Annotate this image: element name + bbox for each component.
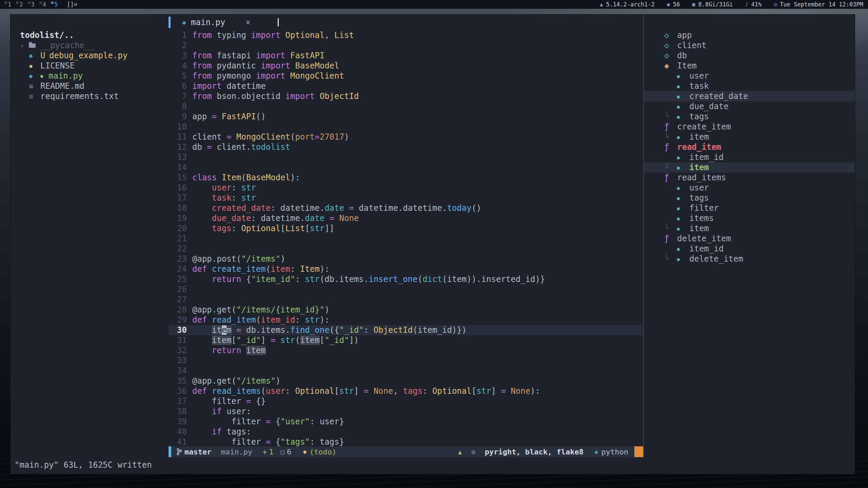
outline-item-client[interactable]: ◇client <box>644 40 855 50</box>
line-text: from pymongo import MongoClient <box>192 71 344 81</box>
outline-item-item[interactable]: └▪item <box>644 162 855 172</box>
code-line-9[interactable]: 9app = FastAPI() <box>169 111 643 122</box>
code-line-1[interactable]: 1from typing import Optional, List <box>169 30 643 40</box>
code-line-11[interactable]: 11client = MongoClient(port=27017) <box>169 132 643 142</box>
code-line-35[interactable]: 35@app.get("/items") <box>169 376 643 386</box>
tab-main-py[interactable]: ◆ main.py × <box>182 18 251 27</box>
code-line-6[interactable]: 6import datetime <box>169 81 643 91</box>
outline-item-label: read_item <box>677 142 721 152</box>
outline-item-read_item[interactable]: ƒread_item <box>644 142 855 152</box>
code-line-5[interactable]: 5from pymongo import MongoClient <box>169 71 643 81</box>
code-line-13[interactable]: 13 <box>169 152 643 162</box>
outline-item-Item[interactable]: ◆Item <box>644 61 855 71</box>
code-line-33[interactable]: 33 <box>169 355 643 366</box>
outline-item-item[interactable]: └▪item <box>644 223 855 233</box>
outline-item-items[interactable]: ▪items <box>644 213 855 223</box>
outline-item-read_items[interactable]: ƒread_items <box>644 172 855 183</box>
python-icon: ◆ <box>182 18 186 26</box>
code-line-19[interactable]: 19 due_date: datetime.date = None <box>169 213 643 223</box>
line-number: 8 <box>169 101 192 111</box>
tree-item-main.py[interactable]: ◆●main.py <box>11 71 168 81</box>
outline-item-tags[interactable]: ▪tags <box>644 193 855 203</box>
workspace-tag-5[interactable]: 5 <box>51 1 58 8</box>
line-text: tags: Optional[List[str]] <box>192 223 334 233</box>
tree-item-__pycache__[interactable]: ›__pycache__ <box>11 40 168 50</box>
outline-item-item_id[interactable]: ▪item_id <box>644 244 855 254</box>
outline-item-app[interactable]: ◇app <box>644 30 855 40</box>
code-line-34[interactable]: 34 <box>169 366 643 376</box>
code-line-28[interactable]: 28@app.get("/items/{item_id}") <box>169 305 643 315</box>
code-line-10[interactable]: 10 <box>169 122 643 132</box>
line-number: 20 <box>169 223 192 233</box>
code-line-15[interactable]: 15class Item(BaseModel): <box>169 172 643 183</box>
code-line-38[interactable]: 38 if user: <box>169 406 643 416</box>
code-line-17[interactable]: 17 task: str <box>169 193 643 203</box>
code-line-32[interactable]: 32 return item <box>169 345 643 355</box>
outline-item-delete_item[interactable]: └▪delete_item <box>644 254 855 264</box>
code-line-20[interactable]: 20 tags: Optional[List[str]] <box>169 223 643 233</box>
code-line-4[interactable]: 4from pydantic import BaseModel <box>169 61 643 71</box>
code-line-22[interactable]: 22 <box>169 244 643 254</box>
code-line-39[interactable]: 39 filter = {"user": user} <box>169 416 643 427</box>
line-number: 17 <box>169 193 192 203</box>
code-line-23[interactable]: 23@app.post("/items") <box>169 254 643 264</box>
outline-item-item_id[interactable]: ▪item_id <box>644 152 855 162</box>
layout-symbol[interactable]: []= <box>67 1 77 8</box>
code-line-8[interactable]: 8 <box>169 101 643 111</box>
code-line-14[interactable]: 14 <box>169 162 643 172</box>
code-line-40[interactable]: 40 if tags: <box>169 427 643 437</box>
filetree-root[interactable]: todolist/.. <box>11 30 168 40</box>
code-line-12[interactable]: 12db = client.todolist <box>169 142 643 152</box>
folder-glyph <box>29 43 36 48</box>
code-line-26[interactable]: 26 <box>169 284 643 294</box>
outline-item-tags[interactable]: └▪tags <box>644 111 855 122</box>
outline-item-create_item[interactable]: ƒcreate_item <box>644 122 855 132</box>
code-line-29[interactable]: 29def read_item(item_id: str): <box>169 315 643 325</box>
outline-item-db[interactable]: ◇db <box>644 50 855 61</box>
field-icon: ▪ <box>676 225 689 232</box>
code-line-37[interactable]: 37 filter = {} <box>169 396 643 406</box>
outline-item-filter[interactable]: ▪filter <box>644 203 855 213</box>
treesitter-icon: ▲ <box>458 448 462 455</box>
filetype-label: python <box>601 448 628 456</box>
line-number: 6 <box>169 81 192 91</box>
filetree-items: ›__pycache__◆Udebug_example.py▪LICENSE◆●… <box>11 40 168 101</box>
code-line-36[interactable]: 36def read_items(user: Optional[str] = N… <box>169 386 643 396</box>
outline-item-task[interactable]: ▪task <box>644 81 855 91</box>
code-area: 1from typing import Optional, List23from… <box>169 30 643 447</box>
code-line-27[interactable]: 27 <box>169 294 643 305</box>
code-line-3[interactable]: 3from fastapi import FastAPI <box>169 50 643 61</box>
workspace-tag-1[interactable]: 1 <box>5 1 11 8</box>
code-line-30[interactable]: 30 item = db.items.find_one({"_id": Obje… <box>169 325 643 335</box>
tree-item-README.md[interactable]: ≡README.md <box>11 81 168 91</box>
scroll-progress-block[interactable] <box>634 446 643 457</box>
close-icon[interactable]: × <box>245 18 250 27</box>
outline-item-due_date[interactable]: ▪due_date <box>644 101 855 111</box>
line-number: 24 <box>169 264 192 274</box>
workspace-tag-4[interactable]: 4 <box>40 1 46 8</box>
tree-item-LICENSE[interactable]: ▪LICENSE <box>11 61 168 71</box>
code-line-24[interactable]: 24def create_item(item: Item): <box>169 264 643 274</box>
code-line-21[interactable]: 21 <box>169 233 643 244</box>
code-line-16[interactable]: 16 user: str <box>169 183 643 193</box>
code-line-41[interactable]: 41 filter = {"tags": tags} <box>169 437 643 447</box>
code-line-25[interactable]: 25 return {"item_id": str(db.items.inser… <box>169 274 643 284</box>
workspace-tag-3[interactable]: 3 <box>28 1 35 8</box>
outline-item-user[interactable]: ▪user <box>644 183 855 193</box>
outline-item-user[interactable]: ▪user <box>644 71 855 81</box>
outline-item-item[interactable]: └▪item <box>644 132 855 142</box>
git-branch[interactable]: master <box>177 448 211 456</box>
folder-chevron-icon: › <box>20 41 29 50</box>
tree-item-debug_example.py[interactable]: ◆Udebug_example.py <box>11 50 168 61</box>
desktop: 12345 []= ▲5.14.2-arch1-2◉56▦8.8Gi/31Gi♪… <box>0 0 868 488</box>
tree-item-requirements.txt[interactable]: ≡requirements.txt <box>11 91 168 101</box>
code-line-2[interactable]: 2 <box>169 40 643 50</box>
workspace-tag-2[interactable]: 2 <box>16 1 23 8</box>
code-line-7[interactable]: 7from bson.objectid import ObjectId <box>169 91 643 101</box>
outline-item-created_date[interactable]: ▪created_date <box>644 91 855 101</box>
code-line-31[interactable]: 31 item["_id"] = str(item["_id"]) <box>169 335 643 345</box>
outline-item-label: due_date <box>689 102 729 111</box>
outline-item-delete_item[interactable]: ƒdelete_item <box>644 233 855 244</box>
code-line-18[interactable]: 18 created_date: datetime.date = datetim… <box>169 203 643 213</box>
line-number: 30 <box>169 325 192 335</box>
